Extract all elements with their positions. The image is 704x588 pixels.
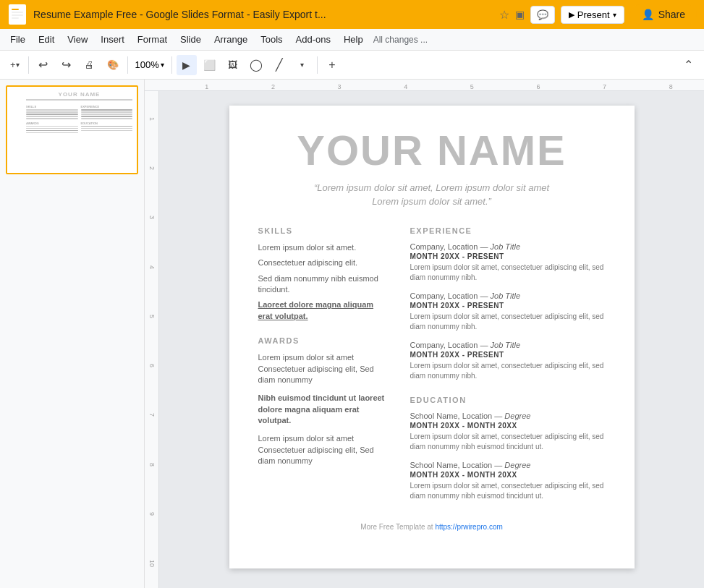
toolbar-divider-4 [317,56,318,74]
left-ruler: 1 2 3 4 5 6 7 8 9 10 [145,91,159,588]
thumb-line-2 [26,111,78,113]
collapse-panel-button[interactable]: ⌃ [678,55,698,75]
edu-desc-1: Lorem ipsum dolor sit amet, consectetuer… [410,432,606,452]
v-ruler-mark-7: 7 [148,391,156,440]
present-button[interactable]: ▶ Present ▾ [561,6,624,24]
thumb-edu-line-1 [81,126,133,127]
ruler-mark-8: 8 [637,83,704,90]
title-bar: Resume Example Free - Google Slides Form… [0,0,704,29]
menu-view[interactable]: View [62,32,93,47]
share-label: Share [658,9,685,20]
menu-slide[interactable]: Slide [174,32,207,47]
thumb-line-5 [26,118,78,119]
redo-button[interactable]: ↪ [56,55,77,75]
line-dropdown-button[interactable]: ▾ [292,55,313,75]
circle-tool-button[interactable]: ◯ [246,55,266,75]
v-ruler-mark-8: 8 [148,440,156,489]
thumb-name: YOUR NAME [26,91,132,98]
thumb-body: SKILLS AWARDS EXPERIENCE [26,103,132,135]
footer-text: More Free Template at [360,523,435,531]
document-title: Resume Example Free - Google Slides Form… [33,9,410,20]
comment-icon: 💬 [537,9,548,20]
all-changes-status[interactable]: All changes ... [373,35,428,45]
plus-icon: + [10,59,16,70]
slide-thumbnail-1[interactable]: 1 YOUR NAME SKILLS AWARDS [6,85,138,174]
thumb-left-col: SKILLS AWARDS [26,103,78,135]
edu-school-2: School Name, Location — Degree [410,461,606,469]
exp-company-3: Company, Location — Job Title [410,341,606,349]
toolbar-divider-2 [127,56,128,74]
thumb-exp-label: EXPERIENCE [81,105,133,108]
v-ruler-mark-3: 3 [148,193,156,242]
slide-canvas[interactable]: YOUR NAME “Lorem ipsum dolor sit amet, L… [159,91,704,588]
slide-thumb-content: YOUR NAME SKILLS AWARDS [22,87,137,173]
footer-link[interactable]: https://prwirepro.com [435,523,502,531]
thumb-edu-label: EDUCATION [81,122,133,125]
exp-desc-3: Lorem ipsum dolor sit amet, consectetuer… [410,361,606,381]
image-tool-button[interactable]: 🖼 [223,55,243,75]
zoom-dropdown-icon: ▾ [161,61,164,69]
menu-format[interactable]: Format [132,32,173,47]
skill-item-3: Sed diam nonummy nibh euismod tincidunt. [258,273,389,296]
zoom-selector[interactable]: 100% ▾ [132,58,167,72]
thumb-line-3 [26,114,78,115]
thumb-skills-label: SKILLS [26,105,78,108]
menu-arrange[interactable]: Arrange [208,32,253,47]
skill-item-4: Laoreet dolore magna aliquam erat volutp… [258,299,389,322]
undo-button[interactable]: ↩ [33,55,54,75]
menu-file[interactable]: File [4,32,31,47]
resume-quote: “Lorem ipsum dolor sit amet, Lorem ipsum… [258,181,606,209]
ruler-mark-5: 5 [439,83,506,90]
comment-button[interactable]: 💬 [530,6,555,24]
ruler-area: 1 2 3 4 5 6 7 8 1 2 3 4 5 6 7 8 9 10 [145,80,704,588]
exp-desc-2: Lorem ipsum dolor sit amet, consectetuer… [410,312,606,332]
menu-bar: File Edit View Insert Format Slide Arran… [0,29,704,51]
slides-panel: 1 YOUR NAME SKILLS AWARDS [0,80,145,588]
exp-date-3: MONTH 20XX - PRESENT [410,351,606,359]
award-item-1: Lorem ipsum dolor sit amet Consectetuer … [258,352,389,385]
svg-rect-4 [12,17,19,19]
menu-addons[interactable]: Add-ons [290,32,336,47]
thumb-right-col: EXPERIENCE EDUCATION [81,103,133,135]
edu-date-2: MONTH 20XX - MONTH 20XX [410,471,606,479]
thumb-exp-line-5 [81,118,133,119]
exp-company-2: Company, Location — Job Title [410,291,606,300]
skills-title: SKILLS [258,226,389,235]
svg-rect-1 [12,9,19,10]
shape-tool-button[interactable]: ⬜ [200,55,220,75]
ruler-mark-7: 7 [572,83,638,90]
resume-right-column: EXPERIENCE Company, Location — Job Title… [410,226,606,516]
select-tool-button[interactable]: ▶ [177,55,197,75]
thumb-line-4 [26,116,78,117]
skill-item-1: Lorem ipsum dolor sit amet. [258,242,389,253]
ruler-mark-4: 4 [373,83,439,90]
exp-company-1: Company, Location — Job Title [410,242,606,251]
folder-icon[interactable]: ▣ [515,9,525,20]
thumb-line-1 [26,109,78,111]
svg-rect-2 [12,12,23,13]
edu-date-1: MONTH 20XX - MONTH 20XX [410,422,606,430]
menu-tools[interactable]: Tools [255,32,288,47]
star-icon[interactable]: ☆ [499,8,509,22]
present-dropdown-icon: ▾ [613,11,616,19]
thumb-exp-line-1 [81,109,133,111]
menu-insert[interactable]: Insert [95,32,130,47]
share-icon: 👤 [642,9,654,20]
svg-rect-3 [12,14,23,16]
resume-left-column: SKILLS Lorem ipsum dolor sit amet. Conse… [258,226,389,516]
line-tool-button[interactable]: ╱ [269,55,289,75]
experience-title: EXPERIENCE [410,226,606,235]
resume-name: YOUR NAME [258,127,606,174]
share-button[interactable]: 👤 Share [630,4,697,25]
thumb-line-8 [26,130,78,132]
slide[interactable]: YOUR NAME “Lorem ipsum dolor sit amet, L… [229,106,635,568]
print-button[interactable]: 🖨 [80,55,100,75]
v-ruler-mark-4: 4 [148,242,156,291]
insert-button[interactable]: + [322,55,342,75]
add-slide-button[interactable]: + ▾ [6,56,24,73]
zoom-value: 100% [135,59,159,70]
menu-edit[interactable]: Edit [33,32,60,47]
paint-format-button[interactable]: 🎨 [103,55,123,75]
exp-entry-2: Company, Location — Job Title MONTH 20XX… [410,291,606,332]
menu-help[interactable]: Help [338,32,369,47]
